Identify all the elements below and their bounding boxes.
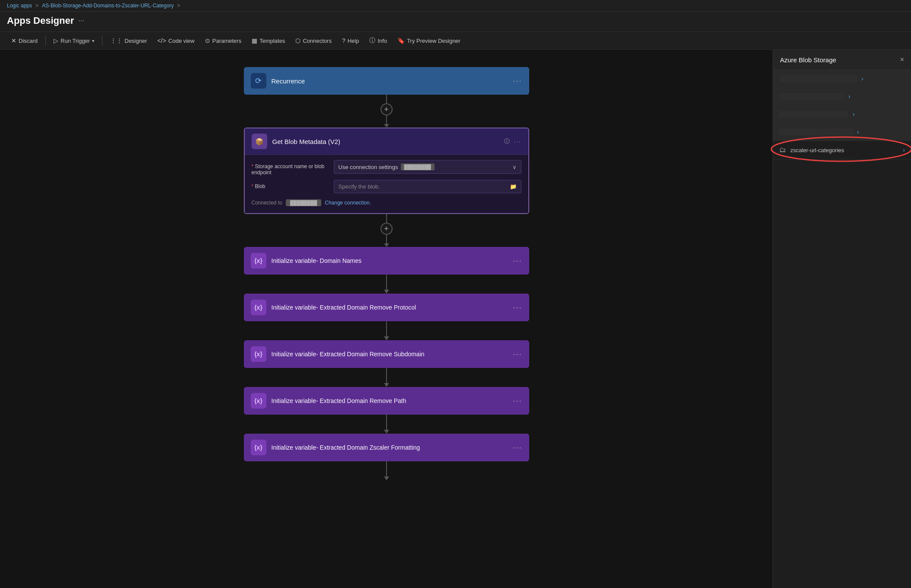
blob-label: * Blob <box>252 180 329 189</box>
line-bottom-2 <box>386 235 387 243</box>
panel-title: Azure Blob Storage <box>780 56 836 64</box>
variable-menu-2[interactable]: ··· <box>513 303 522 312</box>
designer-icon: ⋮⋮ <box>110 37 122 44</box>
variable-node-1[interactable]: {x} Initialize variable- Domain Names ··… <box>244 247 529 275</box>
code-icon: </> <box>157 37 166 44</box>
blob-metadata-body: * Storage account name or blob endpoint … <box>245 154 528 213</box>
connected-row: Connected to ████████ Change connection. <box>252 198 521 208</box>
variable-menu-4[interactable]: ··· <box>513 396 522 406</box>
breadcrumb: Logic apps > AS-Blob-Storage-Add-Domains… <box>0 0 911 12</box>
info-icon: ⓘ <box>369 37 375 45</box>
panel-item-zscaler[interactable]: 🗂 zscaler-url-categories › <box>773 141 911 160</box>
line-bottom-1 <box>386 115 387 124</box>
zscaler-chevron[interactable]: › <box>903 147 905 153</box>
try-preview-button[interactable]: 🔖 Try Preview Designer <box>393 35 465 46</box>
variable-node-3[interactable]: {x} Initialize variable- Extracted Domai… <box>244 340 529 368</box>
parameters-icon: ⊙ <box>205 37 210 44</box>
plus-button-2[interactable]: + <box>380 223 393 235</box>
parameters-button[interactable]: ⊙ Parameters <box>201 35 246 46</box>
right-panel-header: Azure Blob Storage × <box>773 50 911 70</box>
folder-item-icon: 🗂 <box>779 146 786 154</box>
discard-button[interactable]: ✕ Discard <box>7 35 42 46</box>
connectors-button[interactable]: ⬡ Connectors <box>291 35 336 46</box>
plus-button-1[interactable]: + <box>380 103 393 115</box>
storage-input[interactable]: Use connection settings ████████ ∨ <box>334 160 521 174</box>
placeholder-block-4 <box>779 128 853 135</box>
panel-close-button[interactable]: × <box>900 56 904 64</box>
line-top-1 <box>386 95 387 103</box>
toolbar-divider-2 <box>102 35 102 46</box>
breadcrumb-logic-apps[interactable]: Logic apps <box>7 3 32 9</box>
canvas: ⟳ Recurrence ··· + 📦 Get Blob Metadata (… <box>0 50 773 588</box>
variable-title-2: Initialize variable- Extracted Domain Re… <box>272 304 508 311</box>
variable-menu-5[interactable]: ··· <box>513 443 522 452</box>
blob-metadata-title: Get Blob Metadata (V2) <box>272 138 499 145</box>
blob-field-row: * Blob Specify the blob. 📁 <box>252 180 521 193</box>
blob-metadata-node[interactable]: 📦 Get Blob Metadata (V2) ⓘ ··· * Storage… <box>244 128 529 214</box>
folder-icon: 📁 <box>510 183 517 190</box>
variable-title-3: Initialize variable- Extracted Domain Re… <box>272 351 508 358</box>
toolbar-divider-1 <box>45 35 46 46</box>
variable-icon-4: {x} <box>251 393 266 409</box>
placeholder-block-1 <box>779 75 857 82</box>
line-top-2 <box>386 214 387 223</box>
panel-item-placeholder-2: › <box>773 88 911 105</box>
plus-connector-2: + <box>380 214 393 247</box>
arrow-2 <box>384 243 389 247</box>
templates-button[interactable]: ▦ Templates <box>247 35 289 46</box>
blob-menu-icon[interactable]: ··· <box>514 138 521 145</box>
placeholder-block-2 <box>779 93 844 100</box>
recurrence-menu[interactable]: ··· <box>513 77 522 86</box>
variable-icon-5: {x} <box>251 440 266 455</box>
connection-badge: ████████ <box>401 163 435 170</box>
variable-icon-3: {x} <box>251 346 266 362</box>
help-icon: ? <box>342 37 345 44</box>
arrow-1 <box>384 124 389 128</box>
recurrence-title: Recurrence <box>272 77 508 85</box>
breadcrumb-sep2: > <box>177 3 180 9</box>
blob-metadata-header: 📦 Get Blob Metadata (V2) ⓘ ··· <box>245 128 528 154</box>
variable-title-5: Initialize variable- Extracted Domain Zs… <box>272 444 508 451</box>
plus-connector-1: + <box>380 95 393 128</box>
info-button[interactable]: ⓘ Info <box>365 35 391 47</box>
variable-menu-1[interactable]: ··· <box>513 256 522 265</box>
code-view-button[interactable]: </> Code view <box>153 35 199 46</box>
recurrence-icon: ⟳ <box>251 73 266 89</box>
variable-node-5[interactable]: {x} Initialize variable- Extracted Domai… <box>244 434 529 461</box>
storage-label: * Storage account name or blob endpoint <box>252 160 329 176</box>
variable-title-4: Initialize variable- Extracted Domain Re… <box>272 397 508 404</box>
designer-button[interactable]: ⋮⋮ Designer <box>106 35 151 46</box>
zscaler-item-name: zscaler-url-categories <box>790 147 898 153</box>
connection-name-badge: ████████ <box>286 199 321 206</box>
flow-wrapper: ⟳ Recurrence ··· + 📦 Get Blob Metadata (… <box>235 67 538 480</box>
blob-input[interactable]: Specify the blob. 📁 <box>334 180 521 193</box>
right-panel: Azure Blob Storage × › › › › <box>773 50 911 588</box>
templates-icon: ▦ <box>252 37 257 44</box>
recurrence-node[interactable]: ⟳ Recurrence ··· <box>244 67 529 95</box>
help-button[interactable]: ? Help <box>338 35 364 46</box>
panel-item-placeholder-3: › <box>773 105 911 123</box>
variable-title-1: Initialize variable- Domain Names <box>272 257 508 264</box>
right-panel-body: › › › › 🗂 zscaler-url-categories › <box>773 70 911 160</box>
variable-menu-3[interactable]: ··· <box>513 350 522 359</box>
arrow-connector-4 <box>384 415 389 434</box>
title-ellipsis[interactable]: ··· <box>78 17 84 25</box>
arrow-connector-3 <box>384 368 389 387</box>
run-trigger-caret: ▾ <box>92 38 94 43</box>
preview-icon: 🔖 <box>397 37 405 44</box>
variable-node-4[interactable]: {x} Initialize variable- Extracted Domai… <box>244 387 529 415</box>
panel-item-placeholder-1: › <box>773 70 911 88</box>
arrow-connector-5 <box>384 461 389 480</box>
storage-field-row: * Storage account name or blob endpoint … <box>252 160 521 176</box>
panel-item-placeholder-4: › <box>773 123 911 141</box>
breadcrumb-app-name[interactable]: AS-Blob-Storage-Add-Domains-to-Zscaler-U… <box>42 3 174 9</box>
main-area: ⟳ Recurrence ··· + 📦 Get Blob Metadata (… <box>0 50 911 588</box>
variable-node-2[interactable]: {x} Initialize variable- Extracted Domai… <box>244 294 529 321</box>
blob-info-icon[interactable]: ⓘ <box>504 137 510 145</box>
run-trigger-button[interactable]: ▷ Run Trigger ▾ <box>49 35 99 46</box>
connectors-icon: ⬡ <box>295 37 300 44</box>
variable-icon-1: {x} <box>251 253 266 268</box>
change-connection-link[interactable]: Change connection. <box>325 200 371 206</box>
panel-chevron-2: › <box>848 93 850 100</box>
page-title: Apps Designer <box>7 15 74 26</box>
